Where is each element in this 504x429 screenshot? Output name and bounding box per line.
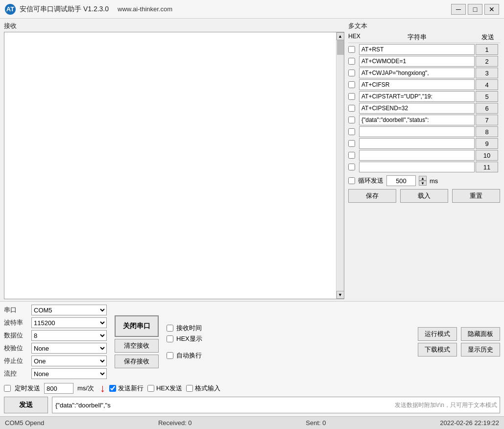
row-3-input[interactable] bbox=[359, 79, 475, 90]
scrollbar-vertical[interactable]: ▲ ▼ bbox=[336, 32, 344, 299]
row-2-send-btn[interactable]: 3 bbox=[476, 68, 498, 78]
auto-newline-checkbox[interactable] bbox=[167, 352, 173, 359]
timer-send-checkbox[interactable] bbox=[4, 385, 11, 392]
port-select[interactable]: COM5 bbox=[31, 305, 107, 315]
row-7-input[interactable] bbox=[359, 126, 475, 137]
baud-select[interactable]: 115200 bbox=[31, 317, 107, 328]
multitext-table-header: HEX 字符串 发送 bbox=[348, 32, 500, 43]
close-port-button[interactable]: 关闭串口 bbox=[115, 315, 159, 337]
title-bar: AT 安信可串口调试助手 V1.2.3.0 www.ai-thinker.com… bbox=[0, 0, 504, 19]
hex-display-checkbox[interactable] bbox=[167, 335, 173, 342]
format-input-option: 格式输入 bbox=[186, 384, 220, 393]
row-7-checkbox[interactable] bbox=[348, 128, 355, 135]
hide-panel-button[interactable]: 隐藏面板 bbox=[461, 327, 500, 341]
download-mode-button[interactable]: 下载模式 bbox=[418, 343, 457, 357]
row-5-input[interactable] bbox=[359, 103, 475, 114]
window-controls: ─ □ ✕ bbox=[451, 4, 499, 15]
mode-btns-row1: 运行模式 隐藏面板 bbox=[418, 327, 500, 341]
row-4-input[interactable] bbox=[359, 91, 475, 102]
baud-label: 波特率 bbox=[4, 318, 28, 327]
row-2-checkbox[interactable] bbox=[348, 70, 355, 76]
multitext-rows: 1 2 3 4 bbox=[348, 44, 500, 172]
mode-btns-row2: 下载模式 显示历史 bbox=[418, 343, 500, 357]
port-label: 串口 bbox=[4, 306, 28, 314]
send-input[interactable] bbox=[52, 397, 500, 413]
row-3-checkbox[interactable] bbox=[348, 81, 355, 88]
row-6-send-btn[interactable]: 7 bbox=[476, 115, 498, 125]
show-history-button[interactable]: 显示历史 bbox=[461, 343, 500, 357]
receive-textarea[interactable] bbox=[4, 32, 344, 299]
scroll-up-arrow[interactable]: ▲ bbox=[336, 32, 344, 40]
row-5-checkbox[interactable] bbox=[348, 105, 355, 112]
row-3-send-btn[interactable]: 4 bbox=[476, 79, 498, 90]
parity-select[interactable]: None bbox=[31, 343, 107, 354]
row-1-send-btn[interactable]: 2 bbox=[476, 56, 498, 67]
recv-time-label: 接收时间 bbox=[176, 324, 202, 333]
app-url: www.ai-thinker.com bbox=[118, 5, 172, 13]
load-multitext-btn[interactable]: 载入 bbox=[400, 189, 448, 203]
spin-up-btn[interactable]: ▲ bbox=[419, 176, 427, 181]
minimize-button[interactable]: ─ bbox=[451, 4, 466, 15]
row-9-input[interactable] bbox=[359, 150, 475, 161]
scroll-thumb[interactable] bbox=[337, 40, 344, 55]
col-hex: HEX bbox=[348, 33, 358, 42]
row-10-checkbox[interactable] bbox=[348, 164, 355, 170]
data-bits-label: 数据位 bbox=[4, 331, 28, 340]
row-0-input[interactable] bbox=[359, 44, 475, 55]
timer-send-input[interactable] bbox=[44, 383, 73, 394]
row-1-checkbox[interactable] bbox=[348, 58, 355, 65]
row-10-send-btn[interactable]: 11 bbox=[476, 162, 498, 172]
scroll-track[interactable] bbox=[337, 40, 344, 291]
loop-spinner[interactable]: ▲ ▼ bbox=[419, 176, 427, 186]
maximize-button[interactable]: □ bbox=[468, 4, 482, 15]
row-2-input[interactable] bbox=[359, 68, 475, 78]
row-7-send-btn[interactable]: 8 bbox=[476, 126, 498, 137]
row-9-send-btn[interactable]: 10 bbox=[476, 150, 498, 161]
data-bits-row: 数据位 8 bbox=[4, 330, 107, 341]
send-input-wrapper: 发送数据时附加\r\n，只可用于文本模式 bbox=[52, 397, 500, 413]
row-10-input[interactable] bbox=[359, 162, 475, 172]
loop-send-label: 循环发送 bbox=[358, 176, 384, 185]
row-0-checkbox[interactable] bbox=[348, 46, 355, 53]
row-6-checkbox[interactable] bbox=[348, 117, 355, 123]
flow-control-row: 流控 None bbox=[4, 368, 107, 379]
row-4-send-btn[interactable]: 5 bbox=[476, 91, 498, 102]
clear-receive-button[interactable]: 清空接收 bbox=[115, 339, 159, 353]
format-input-checkbox[interactable] bbox=[186, 385, 193, 392]
parity-row: 校验位 None bbox=[4, 343, 107, 354]
save-multitext-btn[interactable]: 保存 bbox=[348, 189, 396, 203]
stop-bits-select[interactable]: One bbox=[31, 356, 107, 366]
flow-select[interactable]: None bbox=[31, 368, 107, 379]
row-5-send-btn[interactable]: 6 bbox=[476, 103, 498, 114]
close-button[interactable]: ✕ bbox=[484, 4, 499, 15]
scroll-down-arrow[interactable]: ▼ bbox=[336, 291, 344, 299]
recv-time-checkbox[interactable] bbox=[167, 325, 173, 332]
loop-send-checkbox[interactable] bbox=[348, 177, 355, 184]
row-1-input[interactable] bbox=[359, 56, 475, 67]
row-8-checkbox[interactable] bbox=[348, 140, 355, 147]
send-button[interactable]: 发送 bbox=[4, 397, 48, 413]
data-bits-select[interactable]: 8 bbox=[31, 330, 107, 341]
receive-area-wrapper: ▲ ▼ bbox=[4, 32, 344, 299]
row-8-send-btn[interactable]: 9 bbox=[476, 138, 498, 149]
row-6-input[interactable] bbox=[359, 115, 475, 125]
newline-checkbox[interactable] bbox=[109, 385, 116, 392]
hex-display-row: HEX显示 bbox=[167, 334, 202, 343]
table-row: 7 bbox=[348, 115, 500, 125]
title-left: AT 安信可串口调试助手 V1.2.3.0 www.ai-thinker.com bbox=[5, 4, 172, 15]
spin-down-btn[interactable]: ▼ bbox=[419, 181, 427, 186]
hex-send-checkbox[interactable] bbox=[147, 385, 154, 392]
save-receive-button[interactable]: 保存接收 bbox=[115, 355, 159, 368]
reset-multitext-btn[interactable]: 重置 bbox=[452, 189, 500, 203]
mode-buttons: 运行模式 隐藏面板 下载模式 显示历史 bbox=[418, 327, 500, 357]
row-9-checkbox[interactable] bbox=[348, 152, 355, 159]
row-4-checkbox[interactable] bbox=[348, 93, 355, 100]
recv-time-row: 接收时间 bbox=[167, 324, 202, 333]
row-0-send-btn[interactable]: 1 bbox=[476, 44, 498, 55]
loop-send-input[interactable] bbox=[386, 175, 416, 186]
run-mode-button[interactable]: 运行模式 bbox=[418, 327, 457, 341]
col-str: 字符串 bbox=[359, 33, 475, 42]
app-title: 安信可串口调试助手 V1.2.3.0 bbox=[20, 5, 109, 14]
row-8-input[interactable] bbox=[359, 138, 475, 149]
app-icon: AT bbox=[5, 4, 16, 15]
